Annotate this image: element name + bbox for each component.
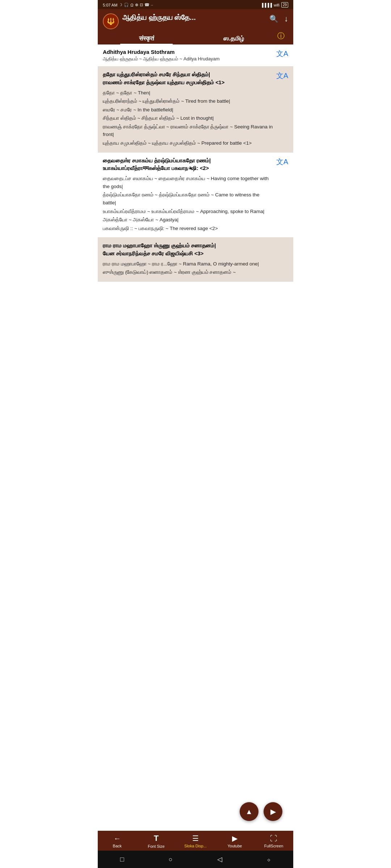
verse-block-3: ராம ராம மஹாபாஹோ ஶ்ருணு குஹ்யம் சனாதனம்| … xyxy=(98,238,293,282)
tab-tamil[interactable]: ஸ.தமிழ் xyxy=(190,33,277,44)
verse-3-line-2: ஸுஶ்ருணு (கேடுவாய்) ஸனாதனம் ~ ஶ்ரண குஹ்ய… xyxy=(103,268,288,276)
verse-1-line-5: ராவணஞ் சாக்ரதோ த்ருஷ்ட்வா ~ ராவணம் சாக்ர… xyxy=(103,123,273,139)
headphone-icon: 🎧 xyxy=(124,3,129,7)
dots-icon: ·· xyxy=(151,3,153,7)
verse-2-line-2: த்ரஷ்டுமப்யாகதோ ரணம் ~ த்ரஷ்டுமப்யாகதோ ர… xyxy=(103,191,273,207)
verse-3-sanskrit: ராம ராம மஹாபாஹோ ஶ்ருணு குஹ்யம் சனாதனம்| … xyxy=(103,242,288,258)
verse-1-line-4: சிந்தயா ஸ்திதம் ~ சிந்தயா ஸ்திதம் ~ Lost… xyxy=(103,114,273,122)
app-header: 🔱 ஆதித்ய ஹ்ருதய ஸ்தே... 🔍 ↓ संस्कृतं ஸ.த… xyxy=(98,9,293,44)
info-icon[interactable]: ⓘ xyxy=(277,31,285,41)
header-tabs: संस्कृतं ஸ.தமிழ் xyxy=(103,33,277,44)
verse-block-2: தைவதைஶ்ர சமாகம்ய த்ரஷ்டுமப்யாகதோ ரணம்| உ… xyxy=(98,153,293,238)
verse-content-1: ததோ யுத்துபரிஸ்ரான்தம் சமரே சிந்தயா ஸ்தி… xyxy=(103,71,273,148)
message-icon: ⊡ xyxy=(140,3,143,7)
battery-indicator: 29 xyxy=(281,2,288,8)
verse-1-line-1: ததோ ~ ததோ ~ Then| xyxy=(103,89,273,97)
verse-2-line-4: அகஸ்த்யோ ~ அகஸ்யோ ~ Agastya| xyxy=(103,216,273,224)
verse-1-line-3: ஸமரே ~ சமரே ~ In the battlefield| xyxy=(103,106,273,114)
translate-icon-verse1[interactable]: 文A xyxy=(276,71,288,81)
status-left: 5:07 AM ☽ 🎧 Ω ⊕ ⊡ ☎ ·· xyxy=(103,3,153,7)
download-icon[interactable]: ↓ xyxy=(284,14,288,24)
verse-1-line-2: யுத்தபரிஸ்ராந்தம் ~ யுத்துபரிஸ்ரான்தம் ~… xyxy=(103,97,273,105)
header-icons: 🔍 ↓ xyxy=(269,13,288,24)
info-area: ⓘ xyxy=(277,31,288,43)
verse-1-line-6: யுத்தாய சமுபஸ்திதம் ~ யுத்தாய சமுபஸ்திதம… xyxy=(103,139,273,147)
verse-1-sanskrit: ததோ யுத்துபரிஸ்ரான்தம் சமரே சிந்தயா ஸ்தி… xyxy=(103,71,273,87)
wifi-icon: wifi xyxy=(274,3,279,7)
whatsapp-icon: ⊕ xyxy=(135,3,138,7)
title-section: Adhithya Hrudaya Stothram ஆதித்ய ஹ்ருதயம… xyxy=(98,44,293,67)
app-title: ஆதித்ய ஹ்ருதய ஸ்தே... xyxy=(122,13,266,22)
search-icon[interactable]: 🔍 xyxy=(269,14,278,23)
status-bar: 5:07 AM ☽ 🎧 Ω ⊕ ⊡ ☎ ·· ▐▐▐▐ wifi 29 xyxy=(98,0,293,9)
stothram-subtitle: ஆதித்ய ஹ்ருதயம் ~ ஆதித்ய ஹ்ருதயம் ~ Adit… xyxy=(103,56,273,62)
verse-content-2: தைவதைஶ்ர சமாகம்ய த்ரஷ்டுமப்யாகதோ ரணம்| உ… xyxy=(103,157,273,233)
verse-block-1: ததோ யுத்துபரிஸ்ரான்தம் சமரே சிந்தயா ஸ்தி… xyxy=(98,67,293,153)
verse-2-line-3: உபாகம்யாப்ரவீத்ராமம ~ உபாகம்யாப்ரவீத்ராம… xyxy=(103,208,273,216)
verse-2-sanskrit: தைவதைஶ்ர சமாகம்ய த்ரஷ்டுமப்யாகதோ ரணம்| உ… xyxy=(103,157,273,173)
app-logo: 🔱 xyxy=(103,13,119,29)
translate-icon-verse2[interactable]: 文A xyxy=(276,157,288,167)
verse-2-line-1: தைவதைடப்ச ஸமாகம்ய ~ தைவதைஶ்ர சமாகம்ய ~ H… xyxy=(103,175,273,190)
phone-icon: ☎ xyxy=(144,3,150,7)
tab-sanskrit[interactable]: संस्कृतं xyxy=(103,33,190,44)
title-text: Adhithya Hrudaya Stothram ஆதித்ய ஹ்ருதயம… xyxy=(103,49,273,62)
verse-2-line-5: பகவான்ருஷி :: ~ பகவாநருஷி: ~ The revered… xyxy=(103,225,273,233)
stothram-title: Adhithya Hrudaya Stothram xyxy=(103,49,273,55)
notification-icon: Ω xyxy=(130,3,133,7)
moon-icon: ☽ xyxy=(119,3,122,7)
main-content: Adhithya Hrudaya Stothram ஆதித்ய ஹ்ருதயம… xyxy=(98,44,293,325)
verse-content-3: ராம ராம மஹாபாஹோ ஶ்ருணு குஹ்யம் சனாதனம்| … xyxy=(103,242,288,277)
translate-icon-title[interactable]: 文A xyxy=(276,49,288,59)
status-right: ▐▐▐▐ wifi 29 xyxy=(261,2,288,8)
header-top: 🔱 ஆதித்ய ஹ்ருதய ஸ்தே... 🔍 ↓ xyxy=(103,13,288,29)
status-time: 5:07 AM xyxy=(103,3,117,7)
signal-icon: ▐▐▐▐ xyxy=(261,3,272,7)
verse-3-line-1: ராம ராம மஹாபாஹோ ~ ராம ர...ஹோ ~ Rama Rama… xyxy=(103,260,288,268)
